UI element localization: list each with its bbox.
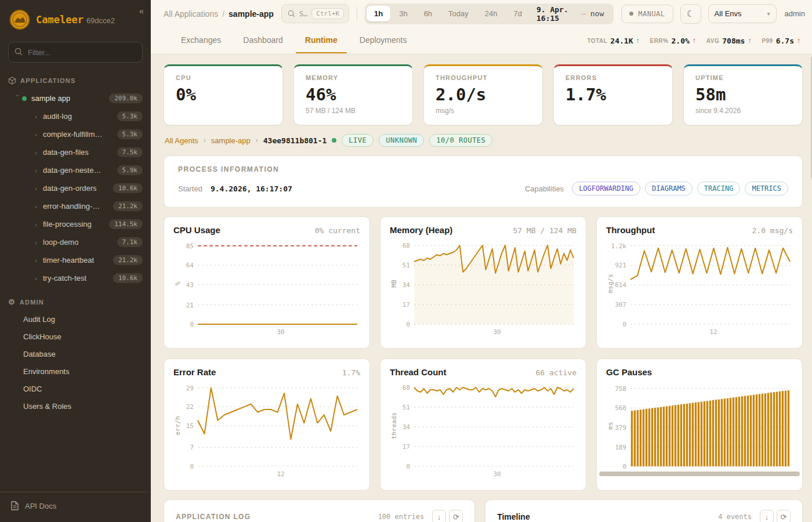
filter-input[interactable] xyxy=(8,42,143,63)
global-search[interactable]: S… Ctrl+K xyxy=(281,4,349,23)
tab-exchanges[interactable]: Exchanges xyxy=(172,28,230,53)
download-button[interactable]: ↓ xyxy=(432,510,446,522)
sidebar-item-timer-heartbeat[interactable]: ›timer-heartbeat21.2k xyxy=(0,251,151,269)
metric-sub: since 9.4.2026 xyxy=(695,107,791,115)
sidebar-collapse-icon[interactable]: « xyxy=(139,6,144,16)
status-pill-live: LIVE xyxy=(342,134,374,147)
sidebar-item-complex-fulfillm-[interactable]: ›complex-fulfillm…5.3k xyxy=(0,125,151,143)
capability-pill-metrics: METRICS xyxy=(745,182,788,195)
sidebar-item-label: audit-log xyxy=(43,112,72,121)
time-range-control: 1h3h6hToday24h7d 9. Apr. 16:15 — now xyxy=(365,3,614,24)
capabilities-label: Capabilities xyxy=(525,184,564,193)
svg-text:43: 43 xyxy=(186,281,194,289)
sidebar-item-try-catch-test[interactable]: ›try-catch-test10.6k xyxy=(0,269,151,287)
svg-text:29: 29 xyxy=(186,385,194,392)
sidebar-item-data-gen-neste-[interactable]: ›data-gen-neste…5.9k xyxy=(0,161,151,179)
svg-text:msg/s: msg/s xyxy=(607,274,614,293)
sidebar-item-file-processing[interactable]: ›file-processing114.5k xyxy=(0,215,151,233)
chevron-down-icon: › xyxy=(14,95,21,103)
sidebar-item-label: try-catch-test xyxy=(43,274,86,282)
chevron-right-icon: › xyxy=(35,221,43,228)
time-range-today[interactable]: Today xyxy=(441,6,476,21)
capability-pills: LOGFORWARDINGDIAGRAMSTRACINGMETRICS xyxy=(572,182,788,195)
chart-canvas-gc: 0189379568758ms2028008980838485 xyxy=(606,378,793,481)
tab-dashboard[interactable]: Dashboard xyxy=(234,28,292,53)
admin-item-environments[interactable]: Environments xyxy=(0,363,151,380)
card-application-log: APPLICATION LOG100 entries↓⟳ xyxy=(164,499,475,522)
sidebar-item-data-gen-orders[interactable]: ›data-gen-orders10.6k xyxy=(0,179,151,197)
admin-list: Audit LogClickHouseDatabaseEnvironmentsO… xyxy=(0,311,151,415)
svg-text:21: 21 xyxy=(186,302,194,309)
chart-title: Error Rate xyxy=(173,367,216,377)
sidebar-item-error-handling-[interactable]: ›error-handling-…21.2k xyxy=(0,197,151,215)
svg-text:0: 0 xyxy=(190,463,194,470)
svg-text:MB: MB xyxy=(390,280,398,288)
metric-cards: CPU0%MEMORY46%57 MB / 124 MBTHROUGHPUT2.… xyxy=(164,64,803,125)
tab-runtime[interactable]: Runtime xyxy=(296,28,347,53)
sidebar-item-audit-log[interactable]: ›audit-log5.3k xyxy=(0,107,151,125)
count-badge: 7.1k xyxy=(117,237,143,247)
time-range-7d[interactable]: 7d xyxy=(506,6,530,21)
count-badge: 10.6k xyxy=(113,183,143,193)
date-range[interactable]: 9. Apr. 16:15 — now xyxy=(531,5,612,23)
breadcrumb-all-applications[interactable]: All Applications xyxy=(164,9,218,19)
sidebar-item-loop-demo[interactable]: ›loop-demo7.1k xyxy=(0,233,151,251)
svg-text:68: 68 xyxy=(403,384,410,392)
admin-item-users-roles[interactable]: Users & Roles xyxy=(0,398,151,415)
manual-refresh-button[interactable]: MANUAL xyxy=(621,5,673,23)
metric-label: MEMORY xyxy=(306,74,401,81)
env-select[interactable]: All Envs ▾ xyxy=(708,4,777,23)
agent-link-all-agents[interactable]: All Agents xyxy=(165,136,198,145)
api-docs-link[interactable]: API Docs xyxy=(0,492,151,522)
chart-header-value: 66 active xyxy=(536,368,577,377)
time-range-24h[interactable]: 24h xyxy=(477,6,505,21)
sidebar-filter xyxy=(8,42,143,63)
count-badge: 21.2k xyxy=(113,255,143,265)
sidebar-item-data-gen-files[interactable]: ›data-gen-files7.5k xyxy=(0,143,151,161)
chart-header: Throughput2.0 msg/s xyxy=(606,225,793,235)
chevron-right-icon: › xyxy=(35,131,43,138)
count-badge: 7.5k xyxy=(117,147,143,157)
svg-text:30: 30 xyxy=(493,470,501,478)
sidebar-item-sample-app[interactable]: ›sample app209.0k xyxy=(0,89,151,107)
chevron-down-icon: ▾ xyxy=(767,10,770,17)
count-badge: 209.0k xyxy=(109,93,143,103)
sidebar-item-label: loop-demo xyxy=(43,238,78,246)
metric-label: UPTIME xyxy=(695,74,791,81)
capability-pill-logforwarding: LOGFORWARDING xyxy=(572,182,640,195)
admin-item-oidc[interactable]: OIDC xyxy=(0,380,151,398)
search-icon xyxy=(14,48,23,56)
time-range-3h[interactable]: 3h xyxy=(392,6,415,21)
chart-gc: GC Pauses0189379568758ms2028008980838485 xyxy=(596,358,803,491)
started-label: Started xyxy=(178,184,202,193)
chevron-right-icon: › xyxy=(35,257,43,264)
card-title: APPLICATION LOG xyxy=(176,513,251,521)
tabsbar: ExchangesDashboardRuntimeDeployments TOT… xyxy=(151,27,812,55)
app-tree: ›sample app209.0k›audit-log5.3k›complex-… xyxy=(0,89,151,287)
admin-item-clickhouse[interactable]: ClickHouse xyxy=(0,328,151,346)
admin-item-database[interactable]: Database xyxy=(0,346,151,363)
chart-canvas-throughput: 03076149211.2kmsg/s12 xyxy=(606,236,793,339)
main-area: All Applications / sample-app S… Ctrl+K … xyxy=(151,0,812,522)
admin-item-audit-log[interactable]: Audit Log xyxy=(0,311,151,328)
download-button[interactable]: ↓ xyxy=(760,510,774,522)
svg-text:ms: ms xyxy=(607,422,614,429)
chart-title: Memory (Heap) xyxy=(390,225,452,235)
chart-header-value: 2.0 msg/s xyxy=(752,226,793,235)
chart-header-value: 0% current xyxy=(315,226,360,235)
stat-total: TOTAL24.1K↑ xyxy=(587,37,639,45)
refresh-button[interactable]: ⟳ xyxy=(449,510,463,522)
chart-error_rate: Error Rate1.7%07152229err/h12 xyxy=(164,358,370,491)
status-dot-icon xyxy=(332,138,336,143)
refresh-button[interactable]: ⟳ xyxy=(777,510,791,522)
svg-text:15: 15 xyxy=(186,422,194,430)
svg-text:30: 30 xyxy=(277,328,284,336)
time-range-6h[interactable]: 6h xyxy=(416,6,440,21)
gc-chart-scrollbar[interactable] xyxy=(599,472,800,476)
tab-deployments[interactable]: Deployments xyxy=(350,28,416,53)
theme-toggle-button[interactable]: ☾ xyxy=(680,4,701,24)
time-range-1h[interactable]: 1h xyxy=(367,6,390,21)
card-meta: 4 events xyxy=(718,513,752,521)
agent-link-sample-app[interactable]: sample-app xyxy=(211,136,251,145)
chart-header: GC Pauses xyxy=(606,367,793,377)
